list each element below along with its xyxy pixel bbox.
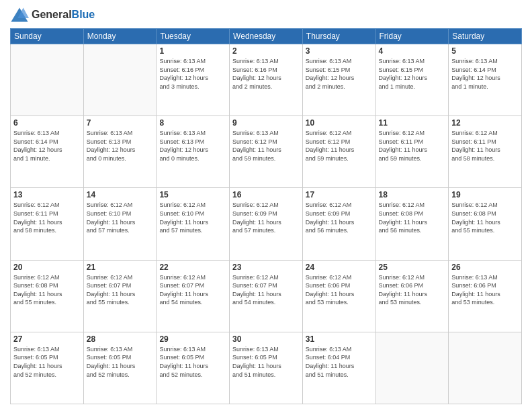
calendar-cell: 18Sunrise: 6:12 AM Sunset: 6:08 PM Dayli… — [375, 188, 449, 260]
day-info: Sunrise: 6:13 AM Sunset: 6:15 PM Dayligh… — [379, 57, 446, 91]
day-info: Sunrise: 6:12 AM Sunset: 6:11 PM Dayligh… — [451, 129, 519, 163]
calendar-cell: 5Sunrise: 6:13 AM Sunset: 6:14 PM Daylig… — [449, 44, 522, 116]
day-info: Sunrise: 6:13 AM Sunset: 6:16 PM Dayligh… — [159, 57, 226, 91]
calendar-cell: 24Sunrise: 6:12 AM Sunset: 6:06 PM Dayli… — [302, 260, 375, 332]
day-number: 5 — [451, 46, 519, 56]
day-info: Sunrise: 6:12 AM Sunset: 6:06 PM Dayligh… — [306, 273, 373, 307]
calendar-cell: 11Sunrise: 6:12 AM Sunset: 6:11 PM Dayli… — [375, 116, 449, 188]
weekday-header-tuesday: Tuesday — [157, 29, 230, 44]
day-info: Sunrise: 6:12 AM Sunset: 6:09 PM Dayligh… — [306, 201, 373, 234]
day-number: 17 — [306, 190, 373, 199]
calendar-cell: 21Sunrise: 6:12 AM Sunset: 6:07 PM Dayli… — [83, 260, 157, 332]
day-number: 18 — [379, 190, 446, 199]
day-info: Sunrise: 6:13 AM Sunset: 6:15 PM Dayligh… — [306, 57, 373, 91]
day-number: 22 — [159, 263, 226, 272]
day-number: 3 — [306, 46, 373, 56]
calendar-cell: 28Sunrise: 6:13 AM Sunset: 6:05 PM Dayli… — [83, 332, 157, 404]
day-info: Sunrise: 6:13 AM Sunset: 6:04 PM Dayligh… — [306, 345, 373, 379]
day-info: Sunrise: 6:12 AM Sunset: 6:07 PM Dayligh… — [87, 273, 154, 307]
day-info: Sunrise: 6:13 AM Sunset: 6:14 PM Dayligh… — [13, 129, 81, 163]
day-info: Sunrise: 6:12 AM Sunset: 6:08 PM Dayligh… — [451, 201, 519, 234]
day-number: 14 — [87, 190, 154, 199]
header: GeneralBlue — [10, 7, 522, 23]
calendar-cell — [449, 332, 522, 404]
day-number: 23 — [232, 263, 300, 272]
day-info: Sunrise: 6:13 AM Sunset: 6:16 PM Dayligh… — [232, 57, 300, 91]
day-number: 9 — [232, 118, 300, 128]
calendar-cell: 19Sunrise: 6:12 AM Sunset: 6:08 PM Dayli… — [449, 188, 522, 260]
day-number: 20 — [13, 263, 81, 272]
week-row-0: 1Sunrise: 6:13 AM Sunset: 6:16 PM Daylig… — [11, 44, 522, 116]
week-row-1: 6Sunrise: 6:13 AM Sunset: 6:14 PM Daylig… — [11, 116, 522, 188]
day-info: Sunrise: 6:13 AM Sunset: 6:14 PM Dayligh… — [451, 57, 519, 91]
calendar-header-row: SundayMondayTuesdayWednesdayThursdayFrid… — [11, 29, 522, 44]
day-info: Sunrise: 6:12 AM Sunset: 6:12 PM Dayligh… — [306, 129, 373, 163]
calendar-table: SundayMondayTuesdayWednesdayThursdayFrid… — [10, 28, 522, 404]
page: GeneralBlue SundayMondayTuesdayWednesday… — [0, 0, 532, 411]
day-number: 19 — [451, 190, 519, 199]
day-number: 1 — [159, 46, 226, 56]
calendar-cell: 23Sunrise: 6:12 AM Sunset: 6:07 PM Dayli… — [230, 260, 303, 332]
day-info: Sunrise: 6:13 AM Sunset: 6:06 PM Dayligh… — [451, 273, 519, 307]
day-number: 4 — [379, 46, 446, 56]
day-number: 28 — [87, 334, 154, 344]
week-row-3: 20Sunrise: 6:12 AM Sunset: 6:08 PM Dayli… — [11, 260, 522, 332]
calendar-cell: 10Sunrise: 6:12 AM Sunset: 6:12 PM Dayli… — [302, 116, 375, 188]
week-row-4: 27Sunrise: 6:13 AM Sunset: 6:05 PM Dayli… — [11, 332, 522, 404]
logo-icon — [10, 7, 29, 23]
day-info: Sunrise: 6:13 AM Sunset: 6:05 PM Dayligh… — [232, 345, 300, 379]
weekday-header-thursday: Thursday — [302, 29, 375, 44]
day-number: 27 — [13, 334, 81, 344]
day-info: Sunrise: 6:13 AM Sunset: 6:12 PM Dayligh… — [232, 129, 300, 163]
day-info: Sunrise: 6:12 AM Sunset: 6:09 PM Dayligh… — [232, 201, 300, 234]
calendar-cell: 20Sunrise: 6:12 AM Sunset: 6:08 PM Dayli… — [11, 260, 84, 332]
logo-text: GeneralBlue — [32, 9, 95, 21]
day-number: 21 — [87, 263, 154, 272]
day-number: 11 — [379, 118, 446, 128]
day-info: Sunrise: 6:13 AM Sunset: 6:05 PM Dayligh… — [159, 345, 226, 379]
calendar-cell: 25Sunrise: 6:12 AM Sunset: 6:06 PM Dayli… — [375, 260, 449, 332]
calendar-cell: 7Sunrise: 6:13 AM Sunset: 6:13 PM Daylig… — [83, 116, 157, 188]
day-number: 25 — [379, 263, 446, 272]
calendar-cell: 14Sunrise: 6:12 AM Sunset: 6:10 PM Dayli… — [83, 188, 157, 260]
day-info: Sunrise: 6:12 AM Sunset: 6:11 PM Dayligh… — [13, 201, 81, 234]
day-number: 26 — [451, 263, 519, 272]
calendar-cell: 22Sunrise: 6:12 AM Sunset: 6:07 PM Dayli… — [157, 260, 230, 332]
day-info: Sunrise: 6:13 AM Sunset: 6:13 PM Dayligh… — [87, 129, 154, 163]
day-number: 16 — [232, 190, 300, 199]
day-info: Sunrise: 6:12 AM Sunset: 6:10 PM Dayligh… — [87, 201, 154, 234]
day-number: 7 — [87, 118, 154, 128]
week-row-2: 13Sunrise: 6:12 AM Sunset: 6:11 PM Dayli… — [11, 188, 522, 260]
day-number: 24 — [306, 263, 373, 272]
calendar-cell: 27Sunrise: 6:13 AM Sunset: 6:05 PM Dayli… — [11, 332, 84, 404]
day-info: Sunrise: 6:13 AM Sunset: 6:05 PM Dayligh… — [87, 345, 154, 379]
day-number: 30 — [232, 334, 300, 344]
calendar-cell: 3Sunrise: 6:13 AM Sunset: 6:15 PM Daylig… — [302, 44, 375, 116]
calendar-cell: 12Sunrise: 6:12 AM Sunset: 6:11 PM Dayli… — [449, 116, 522, 188]
day-number: 31 — [306, 334, 373, 344]
logo: GeneralBlue — [10, 7, 95, 23]
calendar-cell: 16Sunrise: 6:12 AM Sunset: 6:09 PM Dayli… — [230, 188, 303, 260]
calendar-cell: 29Sunrise: 6:13 AM Sunset: 6:05 PM Dayli… — [157, 332, 230, 404]
weekday-header-saturday: Saturday — [449, 29, 522, 44]
weekday-header-sunday: Sunday — [11, 29, 84, 44]
day-number: 8 — [159, 118, 226, 128]
day-info: Sunrise: 6:12 AM Sunset: 6:10 PM Dayligh… — [159, 201, 226, 234]
calendar-cell: 31Sunrise: 6:13 AM Sunset: 6:04 PM Dayli… — [302, 332, 375, 404]
calendar-cell: 17Sunrise: 6:12 AM Sunset: 6:09 PM Dayli… — [302, 188, 375, 260]
weekday-header-wednesday: Wednesday — [230, 29, 303, 44]
day-number: 15 — [159, 190, 226, 199]
weekday-header-friday: Friday — [375, 29, 449, 44]
day-info: Sunrise: 6:12 AM Sunset: 6:08 PM Dayligh… — [379, 201, 446, 234]
day-number: 2 — [232, 46, 300, 56]
day-info: Sunrise: 6:12 AM Sunset: 6:06 PM Dayligh… — [379, 273, 446, 307]
day-info: Sunrise: 6:12 AM Sunset: 6:07 PM Dayligh… — [232, 273, 300, 307]
day-number: 29 — [159, 334, 226, 344]
calendar-cell: 15Sunrise: 6:12 AM Sunset: 6:10 PM Dayli… — [157, 188, 230, 260]
day-info: Sunrise: 6:13 AM Sunset: 6:05 PM Dayligh… — [13, 345, 81, 379]
day-info: Sunrise: 6:12 AM Sunset: 6:08 PM Dayligh… — [13, 273, 81, 307]
calendar-cell: 1Sunrise: 6:13 AM Sunset: 6:16 PM Daylig… — [157, 44, 230, 116]
calendar-cell: 30Sunrise: 6:13 AM Sunset: 6:05 PM Dayli… — [230, 332, 303, 404]
calendar-cell: 9Sunrise: 6:13 AM Sunset: 6:12 PM Daylig… — [230, 116, 303, 188]
day-number: 12 — [451, 118, 519, 128]
